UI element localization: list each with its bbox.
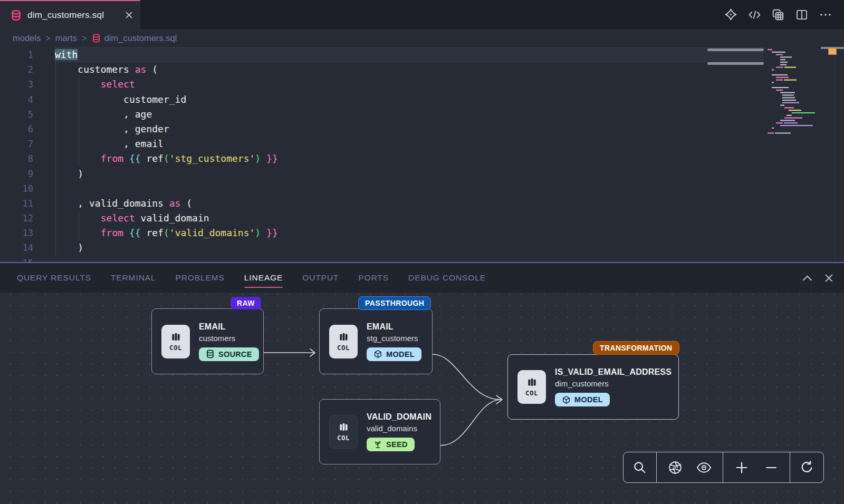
copy-table-icon[interactable] bbox=[771, 8, 785, 22]
code-icon[interactable] bbox=[747, 8, 761, 22]
minus-icon[interactable] bbox=[761, 457, 782, 478]
line-content: , email bbox=[33, 137, 164, 151]
code-line: 9 ) bbox=[0, 167, 844, 181]
node-info: IS_VALID_EMAIL_ADDRESSdim_customersMODEL bbox=[555, 367, 672, 406]
lineage-node-dim_customers[interactable]: COLIS_VALID_EMAIL_ADDRESSdim_customersMO… bbox=[507, 354, 679, 420]
code-line: 4 customer_id bbox=[0, 92, 844, 107]
database-icon bbox=[11, 9, 22, 21]
line-content: customer_id bbox=[33, 92, 186, 107]
line-number: 13 bbox=[0, 226, 33, 240]
decoration-bar bbox=[707, 49, 764, 51]
cube-icon bbox=[562, 395, 571, 404]
lineage-node-valid_domains[interactable]: COLVALID_DOMAINvalid_domainsSEED bbox=[319, 399, 440, 464]
code-line: 5 , age bbox=[0, 107, 844, 122]
search-icon[interactable] bbox=[629, 457, 650, 478]
editor-tab-dim-customers[interactable]: dim_customers.sql bbox=[0, 0, 140, 29]
titlebar-actions bbox=[724, 0, 832, 29]
line-number: 15 bbox=[0, 256, 33, 262]
minimap[interactable] bbox=[768, 48, 816, 139]
columns-icon bbox=[526, 377, 538, 388]
close-icon[interactable] bbox=[125, 11, 133, 19]
refresh-icon[interactable] bbox=[797, 457, 818, 478]
toolbar-section bbox=[723, 452, 790, 482]
column-chip[interactable]: COL bbox=[161, 325, 190, 358]
badge-label: MODEL bbox=[386, 350, 415, 358]
node-badge-model: MODEL bbox=[555, 393, 610, 406]
line-number: 11 bbox=[0, 196, 33, 211]
lineage-edge bbox=[440, 400, 501, 445]
node-column-name: EMAIL bbox=[367, 322, 394, 332]
code-line: 6 , gender bbox=[0, 122, 844, 137]
toolbar-section bbox=[657, 452, 723, 482]
node-column-name: IS_VALID_EMAIL_ADDRESS bbox=[555, 367, 672, 377]
code-line: 14 ) bbox=[0, 240, 844, 255]
node-info: VALID_DOMAINvalid_domainsSEED bbox=[367, 412, 431, 451]
lineage-node-stg_customers[interactable]: COLEMAILstg_customersMODEL bbox=[319, 308, 433, 374]
line-number: 1 bbox=[0, 47, 33, 62]
panel-tab-ports[interactable]: PORTS bbox=[358, 270, 389, 286]
line-number: 9 bbox=[0, 167, 33, 181]
column-chip[interactable]: COL bbox=[329, 415, 358, 449]
more-icon[interactable] bbox=[819, 8, 832, 22]
chip-label: COL bbox=[337, 344, 350, 352]
line-number: 4 bbox=[0, 92, 33, 107]
titlebar: dim_customers.sql bbox=[0, 0, 844, 29]
lineage-tag-raw: RAW bbox=[231, 297, 261, 309]
breadcrumb-label: marts bbox=[55, 33, 77, 43]
panel-tab-query-results[interactable]: QUERY RESULTS bbox=[17, 270, 91, 286]
line-content: with bbox=[33, 47, 78, 62]
lineage-canvas[interactable]: RAWCOLEMAILcustomersSOURCEPASSTHROUGHCOL… bbox=[0, 293, 844, 504]
chevron-up-icon[interactable] bbox=[802, 274, 813, 282]
line-content: from {{ ref('valid_domains') }} bbox=[33, 226, 278, 240]
panel-tab-output[interactable]: OUTPUT bbox=[302, 270, 339, 286]
code-editor[interactable]: 1with2 customers as (3 select4 customer_… bbox=[0, 47, 844, 262]
line-number: 14 bbox=[0, 240, 33, 255]
panel-tab-terminal[interactable]: TERMINAL bbox=[111, 270, 156, 286]
column-chip[interactable]: COL bbox=[329, 325, 358, 358]
lineage-tag-passthrough: PASSTHROUGH bbox=[358, 296, 431, 310]
code-line: 15 bbox=[0, 256, 844, 262]
breadcrumb: models>marts>dim_customers.sql bbox=[0, 29, 844, 47]
badge-label: SOURCE bbox=[218, 350, 252, 358]
code-line: 7 , email bbox=[0, 137, 844, 151]
line-number: 6 bbox=[0, 122, 33, 137]
line-content: , gender bbox=[33, 122, 169, 137]
decoration-bar bbox=[707, 62, 764, 65]
eye-icon[interactable] bbox=[694, 457, 715, 478]
panel-tab-debug-console[interactable]: DEBUG CONSOLE bbox=[408, 270, 486, 286]
line-number: 10 bbox=[0, 181, 33, 196]
split-editor-icon[interactable] bbox=[795, 8, 809, 22]
panel-tab-problems[interactable]: PROBLEMS bbox=[176, 270, 225, 286]
column-chip[interactable]: COL bbox=[517, 370, 546, 404]
node-model-name: customers bbox=[199, 334, 235, 343]
close-icon[interactable] bbox=[824, 274, 833, 283]
breadcrumb-separator: > bbox=[82, 33, 87, 43]
panel-tab-lineage[interactable]: LINEAGE bbox=[244, 270, 283, 286]
chip-label: COL bbox=[337, 434, 350, 442]
plus-icon[interactable] bbox=[731, 457, 752, 478]
line-content: , valid_domains as ( bbox=[33, 196, 192, 211]
node-badge-model: MODEL bbox=[367, 347, 421, 361]
line-content: ) bbox=[33, 240, 83, 255]
breadcrumb-item-models[interactable]: models bbox=[13, 33, 41, 43]
breadcrumb-item-marts[interactable]: marts bbox=[55, 33, 77, 43]
node-info: EMAILstg_customersMODEL bbox=[367, 322, 421, 361]
code-line: 8 from {{ ref('stg_customers') }} bbox=[0, 151, 844, 166]
lineage-edge bbox=[433, 354, 501, 400]
breadcrumb-item-dim_customers-sql[interactable]: dim_customers.sql bbox=[92, 33, 177, 43]
line-content: select bbox=[33, 77, 135, 92]
lineage-node-customers[interactable]: COLEMAILcustomersSOURCE bbox=[151, 308, 264, 374]
line-number: 8 bbox=[0, 151, 33, 166]
columns-icon bbox=[338, 332, 349, 343]
node-column-name: EMAIL bbox=[199, 322, 226, 332]
node-badge-seed: SEED bbox=[367, 438, 415, 451]
toolbar-section bbox=[790, 452, 823, 482]
dbt-icon[interactable] bbox=[724, 8, 737, 22]
code-line: 10 bbox=[0, 181, 844, 196]
line-number: 12 bbox=[0, 211, 33, 226]
badge-label: MODEL bbox=[574, 395, 603, 404]
line-content: select valid_domain bbox=[33, 211, 209, 226]
code-lines: 1with2 customers as (3 select4 customer_… bbox=[0, 47, 844, 262]
node-column-name: VALID_DOMAIN bbox=[367, 412, 431, 422]
aperture-icon[interactable] bbox=[665, 457, 686, 478]
